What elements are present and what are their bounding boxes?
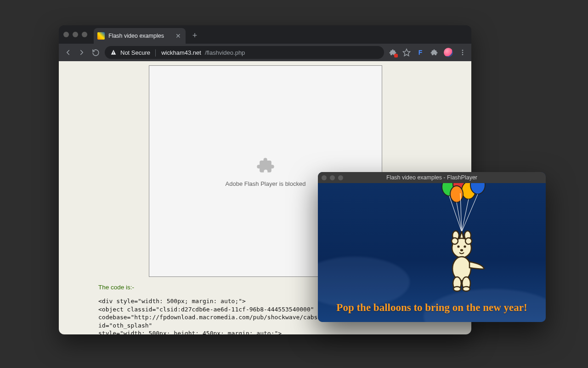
svg-marker-2 [403, 49, 410, 56]
flash-blocked-message: Adobe Flash Player is blocked [226, 180, 306, 187]
toolbar: Not Secure │ wickham43.net/flashvideo.ph… [59, 44, 471, 61]
svg-rect-1 [113, 53, 113, 54]
svg-line-14 [462, 194, 478, 232]
svg-point-23 [460, 249, 463, 252]
tab-bar: Flash video examples ✕ + [59, 25, 471, 44]
back-button[interactable] [63, 48, 73, 57]
favicon-icon [97, 32, 105, 40]
svg-point-10 [450, 186, 463, 202]
not-secure-icon [110, 49, 117, 56]
svg-point-27 [453, 287, 461, 291]
url-domain: wickham43.net [161, 49, 201, 56]
kebab-menu-icon[interactable] [458, 48, 467, 57]
flash-window-title: Flash video examples - FlashPlayer [318, 174, 546, 181]
url-path: /flashvideo.php [205, 49, 245, 56]
not-secure-label: Not Secure [120, 49, 150, 56]
flash-caption: Pop the balloons to bring on the new yea… [318, 302, 546, 314]
flash-player-window: Flash video examples - FlashPlayer [318, 172, 546, 322]
reload-button[interactable] [91, 48, 100, 57]
svg-point-28 [463, 287, 470, 291]
tab-title: Flash video examples [108, 33, 164, 39]
svg-point-5 [462, 54, 464, 55]
svg-point-22 [464, 245, 466, 247]
extensions-menu-icon[interactable] [430, 48, 438, 57]
cloud-icon [318, 257, 410, 307]
close-tab-button[interactable]: ✕ [175, 33, 181, 39]
new-tab-button[interactable]: + [188, 29, 201, 42]
bear-icon [452, 231, 484, 291]
address-bar[interactable]: Not Secure │ wickham43.net/flashvideo.ph… [105, 46, 384, 59]
bear-with-balloons[interactable] [436, 183, 482, 303]
flash-titlebar: Flash video examples - FlashPlayer [318, 172, 546, 183]
svg-point-21 [457, 245, 459, 247]
browser-tab[interactable]: Flash video examples ✕ [94, 28, 186, 44]
window-controls [63, 32, 87, 37]
extension-icons: F [389, 48, 467, 57]
plugin-puzzle-icon [255, 155, 276, 176]
svg-line-13 [462, 199, 469, 232]
bookmark-star-icon[interactable] [402, 48, 411, 57]
forward-button[interactable] [77, 48, 86, 57]
svg-rect-0 [113, 52, 113, 53]
balloons-icon [442, 183, 485, 202]
separator: │ [154, 49, 158, 56]
flash-scene[interactable]: Pop the balloons to bring on the new yea… [318, 183, 546, 322]
svg-point-3 [462, 50, 464, 51]
minimize-window-button[interactable] [73, 32, 78, 37]
extension-f-icon[interactable]: F [416, 48, 424, 57]
profile-avatar-icon[interactable] [444, 48, 453, 57]
svg-point-4 [462, 52, 464, 53]
svg-point-20 [465, 238, 472, 244]
zoom-window-button[interactable] [82, 32, 87, 37]
svg-point-19 [452, 238, 458, 244]
close-window-button[interactable] [63, 32, 69, 37]
extension-puzzle-icon[interactable] [389, 48, 397, 57]
